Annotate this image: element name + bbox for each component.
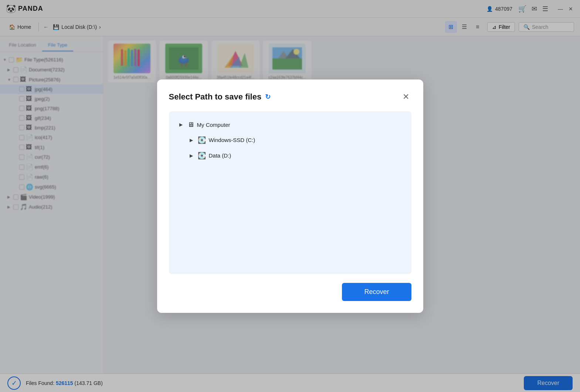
dialog-close-button[interactable]: ✕ [400,91,411,102]
my-computer-label: My Computer [197,122,230,128]
save-path-dialog: Select Path to save files ↻ ✕ ▶ 🖥 My Com… [157,80,423,313]
my-computer-icon: 🖥 [187,121,194,129]
modal-overlay: Select Path to save files ↻ ✕ ▶ 🖥 My Com… [0,0,580,392]
dialog-title-text: Select Path to save files [169,92,262,102]
tree-node-windows-ssd[interactable]: ▶ 💽 Windows-SSD (C:) [187,132,404,148]
tree-node-data-d[interactable]: ▶ 💽 Data (D:) [187,148,404,163]
dialog-header: Select Path to save files ↻ ✕ [169,91,411,102]
dialog-tree-area: ▶ 🖥 My Computer ▶ 💽 Windows-SSD (C:) ▶ 💽… [169,111,411,274]
data-d-label: Data (D:) [209,152,231,159]
refresh-icon[interactable]: ↻ [265,93,271,101]
windows-ssd-label: Windows-SSD (C:) [209,137,255,143]
tree-children: ▶ 💽 Windows-SSD (C:) ▶ 💽 Data (D:) [176,132,404,163]
dialog-title: Select Path to save files ↻ [169,92,271,102]
windows-ssd-icon: 💽 [198,136,206,144]
tree-arrow-my-computer: ▶ [179,122,184,127]
tree-arrow-windows-ssd: ▶ [190,138,195,143]
dialog-footer: Recover [169,283,411,301]
tree-node-my-computer[interactable]: ▶ 🖥 My Computer [176,117,404,132]
data-d-icon: 💽 [198,152,206,160]
tree-arrow-data-d: ▶ [190,153,195,158]
recover-dialog-button[interactable]: Recover [342,283,411,301]
